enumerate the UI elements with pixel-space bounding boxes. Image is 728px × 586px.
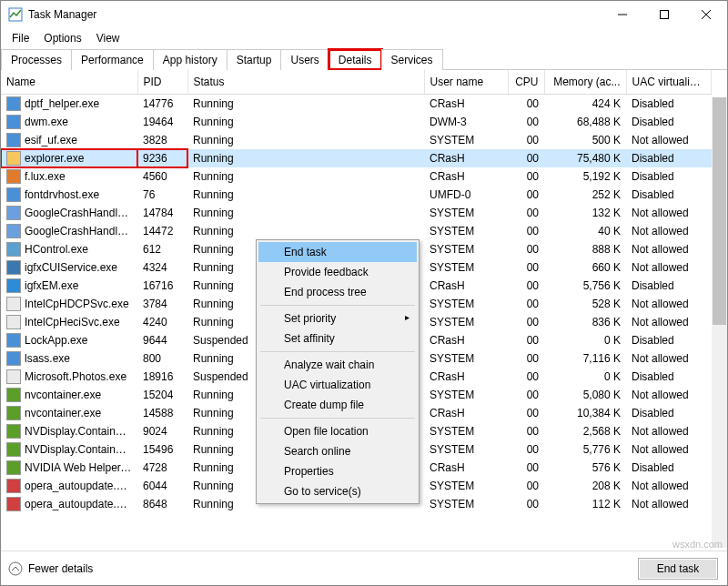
cell-mem: 252 K (544, 186, 626, 204)
cell-cpu: 00 (508, 368, 544, 386)
cell-pid: 9644 (137, 331, 187, 349)
cell-uac: Not allowed (626, 495, 712, 513)
cell-pid: 76 (137, 186, 187, 204)
cell-uac: Not allowed (626, 240, 712, 258)
table-row[interactable]: dwm.exe19464RunningDWM-30068,488 KDisabl… (1, 113, 712, 131)
cell-name: NVDisplay.Container... (1, 440, 137, 459)
process-icon (6, 424, 21, 439)
cell-cpu: 00 (508, 349, 544, 368)
cell-cpu: 00 (508, 222, 544, 240)
col-header-pid[interactable]: PID (137, 70, 187, 95)
ctx-set-priority[interactable]: Set priority▸ (258, 308, 417, 328)
cell-name-text: IntelCpHDCPSvc.exe (25, 298, 129, 310)
cell-name-text: Microsoft.Photos.exe (25, 370, 126, 383)
cell-cpu: 00 (508, 240, 544, 258)
cell-name-text: NVDisplay.Container... (25, 425, 134, 438)
ctx-go-to-services[interactable]: Go to service(s) (258, 481, 417, 501)
chevron-right-icon: ▸ (405, 312, 410, 322)
cell-pid: 15204 (137, 386, 187, 404)
cell-name: NVIDIA Web Helper.... (1, 459, 137, 477)
menu-file[interactable]: File (5, 30, 36, 46)
scrollbar-thumb[interactable] (713, 97, 726, 325)
cell-user: SYSTEM (424, 204, 508, 222)
menu-view[interactable]: View (89, 30, 127, 46)
cell-uac: Not allowed (626, 295, 712, 313)
cell-name-text: explorer.exe (25, 152, 84, 165)
process-icon (6, 224, 21, 238)
tab-details[interactable]: Details (329, 49, 382, 70)
ctx-uac-virtualization[interactable]: UAC virtualization (258, 375, 417, 395)
minimize-button[interactable] (602, 1, 643, 28)
table-row[interactable]: f.lux.exe4560RunningCRasH005,192 KDisabl… (1, 167, 712, 186)
cell-mem: 888 K (544, 240, 626, 258)
table-row[interactable]: fontdrvhost.exe76RunningUMFD-000252 KDis… (1, 186, 712, 204)
ctx-provide-feedback[interactable]: Provide feedback (258, 262, 417, 282)
cell-status: Running (187, 113, 424, 131)
tab-processes[interactable]: Processes (1, 49, 72, 70)
cell-user: SYSTEM (424, 477, 508, 495)
fewer-details-toggle[interactable]: Fewer details (8, 561, 93, 576)
col-header-name[interactable]: Name (1, 70, 137, 95)
process-icon (6, 151, 21, 166)
ctx-end-task[interactable]: End task (258, 242, 417, 262)
cell-cpu: 00 (508, 95, 544, 114)
cell-name: igfxCUIService.exe (1, 258, 137, 277)
cell-name-text: LockApp.exe (25, 334, 87, 347)
close-button[interactable] (685, 1, 727, 28)
cell-user: SYSTEM (424, 422, 508, 440)
cell-name-text: igfxEM.exe (25, 279, 78, 292)
table-row[interactable]: explorer.exe9236RunningCRasH0075,480 KDi… (1, 149, 712, 167)
cell-mem: 5,756 K (544, 277, 626, 295)
cell-user: SYSTEM (424, 313, 508, 331)
process-icon (6, 297, 21, 311)
process-icon (6, 460, 21, 475)
tab-performance[interactable]: Performance (71, 49, 154, 70)
col-header-status[interactable]: Status (187, 70, 424, 95)
cell-status: Running (187, 204, 424, 222)
ctx-search-online[interactable]: Search online (258, 441, 417, 461)
cell-uac: Disabled (626, 113, 712, 131)
cell-name: IntelCpHeciSvc.exe (1, 313, 137, 331)
cell-name: dptf_helper.exe (1, 95, 137, 114)
ctx-separator (260, 418, 415, 419)
cell-uac: Not allowed (626, 477, 712, 495)
col-header-uac[interactable]: UAC virtualizati... (626, 70, 712, 95)
cell-uac: Not allowed (626, 440, 712, 459)
end-task-button[interactable]: End task (638, 558, 718, 580)
col-header-mem[interactable]: Memory (ac... (544, 70, 626, 95)
cell-pid: 3784 (137, 295, 187, 313)
tab-users[interactable]: Users (280, 49, 329, 70)
cell-user: CRasH (424, 277, 508, 295)
maximize-button[interactable] (643, 1, 685, 28)
cell-mem: 576 K (544, 459, 626, 477)
ctx-open-file-location[interactable]: Open file location (258, 421, 417, 441)
cell-cpu: 00 (508, 422, 544, 440)
vertical-scrollbar[interactable] (712, 97, 727, 548)
ctx-set-affinity[interactable]: Set affinity (258, 328, 417, 349)
cell-uac: Disabled (626, 459, 712, 477)
ctx-create-dump-file[interactable]: Create dump file (258, 395, 417, 415)
cell-cpu: 00 (508, 477, 544, 495)
tab-app-history[interactable]: App history (153, 49, 228, 70)
cell-name-text: opera_autoupdate.exe (25, 498, 134, 510)
col-header-cpu[interactable]: CPU (508, 70, 544, 95)
cell-name-text: lsass.exe (25, 352, 70, 365)
cell-status: Running (187, 149, 424, 167)
table-row[interactable]: GoogleCrashHandler...14472RunningSYSTEM0… (1, 222, 712, 240)
cell-uac: Not allowed (626, 258, 712, 277)
ctx-properties[interactable]: Properties (258, 461, 417, 481)
cell-status: Running (187, 222, 424, 240)
ctx-end-process-tree[interactable]: End process tree (258, 282, 417, 302)
tab-startup[interactable]: Startup (227, 49, 282, 70)
table-row[interactable]: esif_uf.exe3828RunningSYSTEM00500 KNot a… (1, 131, 712, 149)
col-header-user[interactable]: User name (424, 70, 508, 95)
menu-options[interactable]: Options (36, 30, 88, 46)
table-row[interactable]: dptf_helper.exe14776RunningCRasH00424 KD… (1, 95, 712, 114)
cell-uac: Disabled (626, 277, 712, 295)
cell-pid: 4728 (137, 459, 187, 477)
ctx-analyze-wait-chain[interactable]: Analyze wait chain (258, 355, 417, 375)
table-row[interactable]: GoogleCrashHandler...14784RunningSYSTEM0… (1, 204, 712, 222)
cell-uac: Not allowed (626, 422, 712, 440)
tab-services[interactable]: Services (381, 49, 443, 70)
cell-cpu: 00 (508, 167, 544, 186)
